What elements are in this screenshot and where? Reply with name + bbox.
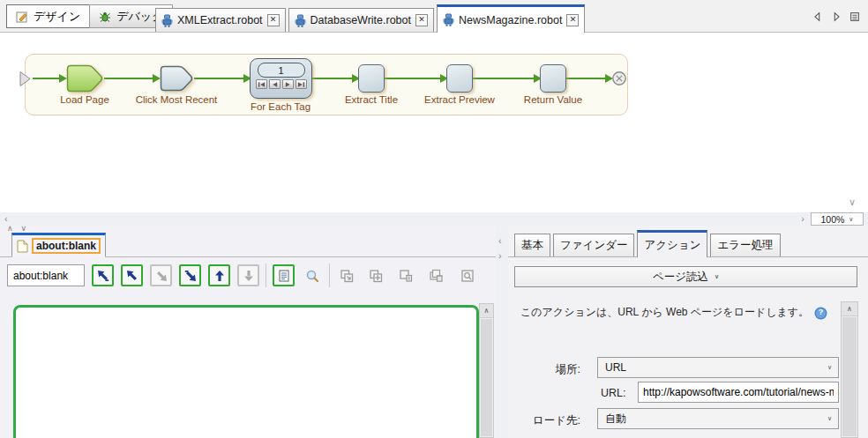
node-return-value[interactable] — [540, 64, 566, 93]
splitter-collapse-right-icon[interactable]: › — [498, 249, 502, 262]
view-source-button[interactable] — [273, 264, 295, 286]
node-load-page[interactable] — [65, 63, 104, 93]
robot-tab-xmlextract[interactable]: XMLExtract.robot ✕ — [155, 8, 286, 32]
chevron-down-icon: ∨ — [715, 273, 719, 280]
loop-controls — [251, 79, 311, 89]
action-description: このアクションは、URL から Web ページをロードします。 — [520, 305, 809, 320]
arrow-down-icon — [242, 269, 256, 283]
scroll-up-icon[interactable]: ∧ — [480, 304, 493, 318]
properties-tab-strip: 基本 ファインダー アクション エラー処理 — [508, 234, 868, 257]
open-window-button[interactable] — [336, 264, 358, 286]
go-down-button[interactable] — [237, 264, 259, 286]
close-tab-icon[interactable]: ✕ — [415, 14, 428, 26]
zoom-select[interactable]: 100% ∨ — [811, 212, 864, 226]
document-icon — [277, 269, 291, 283]
tab-error-handling[interactable]: エラー処理 — [710, 234, 780, 256]
loop-prev-button[interactable] — [269, 79, 281, 89]
previous-tab-icon[interactable] — [812, 11, 824, 23]
scrollbar-thumb[interactable] — [842, 317, 857, 436]
browser-scrollbar[interactable]: ∧ — [479, 303, 494, 438]
tab-label: ファインダー — [560, 238, 627, 253]
find-window-button[interactable] — [457, 264, 479, 286]
canvas-scroll-down-icon[interactable]: ∨ — [849, 197, 856, 208]
robot-tab-newsmagazine[interactable]: NewsMagazine.robot ✕ — [437, 4, 585, 33]
toolbar-separator — [329, 264, 330, 287]
flow-connector — [104, 78, 159, 79]
browser-toolbar — [0, 257, 496, 296]
back-button[interactable] — [121, 264, 143, 286]
forward-button[interactable] — [150, 264, 172, 286]
close-window-button[interactable] — [395, 264, 417, 286]
location-select[interactable]: URL ∨ — [597, 357, 839, 378]
horizontal-splitter[interactable]: ‹ › 100% ∨ — [0, 212, 868, 226]
chevron-up-icon[interactable]: ∧ — [7, 224, 13, 233]
next-tab-icon[interactable] — [830, 11, 842, 23]
action-type-label: ページ読込 — [653, 270, 708, 285]
robot-tab-databasewrite[interactable]: DatabaseWrite.robot ✕ — [288, 8, 434, 32]
flow-connector — [33, 78, 65, 79]
flow-start-icon[interactable] — [19, 71, 32, 87]
tab-scroll-controls — [812, 11, 861, 23]
action-type-select[interactable]: ページ読込 ∨ — [514, 266, 857, 287]
browser-tab-label: about:blank — [32, 238, 101, 254]
go-up-button[interactable] — [208, 264, 230, 286]
node-click-most-recent[interactable] — [159, 64, 194, 93]
load-target-select[interactable]: 自動 ∨ — [597, 408, 839, 429]
arrow-up-left-tail-icon — [96, 269, 110, 283]
step-forward-button[interactable] — [179, 264, 201, 286]
design-mode-button[interactable]: デザイン — [6, 4, 90, 28]
url-input[interactable] — [638, 382, 839, 403]
flow-connector — [385, 78, 446, 79]
properties-scrollbar[interactable]: ∧ — [841, 301, 858, 438]
splitter-collapse-left-icon[interactable]: ‹ — [498, 234, 502, 247]
vertical-splitter[interactable]: ‹ › — [496, 226, 508, 438]
loop-last-button[interactable] — [296, 79, 307, 89]
node-for-each-tag[interactable]: 1 — [250, 58, 312, 99]
flow-end-icon[interactable] — [611, 71, 627, 86]
node-label: Return Value — [500, 94, 606, 105]
window-plus-icon — [369, 269, 384, 283]
step-back-button[interactable] — [92, 264, 114, 286]
close-tab-icon[interactable]: ✕ — [267, 14, 280, 26]
tab-action[interactable]: アクション — [637, 230, 707, 257]
tab-finder[interactable]: ファインダー — [553, 234, 634, 256]
top-toolbar: デザイン デバッグ XMLExtract.robot ✕ DatabaseWri… — [0, 0, 868, 33]
address-input[interactable] — [7, 264, 85, 286]
tab-basic[interactable]: 基本 — [514, 234, 550, 256]
find-button[interactable] — [301, 264, 323, 286]
node-extract-preview[interactable] — [446, 64, 473, 93]
help-glyph: ? — [814, 308, 827, 316]
scroll-up-icon[interactable]: ∧ — [842, 302, 857, 316]
add-window-button[interactable] — [365, 264, 387, 286]
windows-delete-icon — [429, 269, 444, 283]
help-icon[interactable]: ? — [814, 307, 827, 323]
design-mode-label: デザイン — [34, 9, 80, 25]
browser-tab-aboutblank[interactable]: about:blank — [11, 233, 106, 257]
chevron-down-icon[interactable]: ∨ — [21, 224, 27, 233]
flow-connector — [473, 78, 540, 79]
arrow-up-left-icon — [125, 269, 139, 283]
splitter-collapse-right-icon[interactable]: › — [801, 212, 804, 225]
splitter-collapse-left-icon[interactable]: ‹ — [4, 212, 8, 225]
node-extract-title[interactable] — [358, 64, 385, 93]
flow-container: Load Page Click Most Recent 1 For Each T… — [25, 54, 628, 115]
robot-icon — [443, 13, 454, 26]
flow-connector — [194, 78, 250, 79]
chevron-down-icon: ∨ — [827, 415, 832, 422]
robot-icon — [161, 14, 173, 27]
panel-resize-controls: ∧ ∨ — [7, 224, 26, 233]
chevron-down-icon: ∨ — [849, 216, 853, 223]
close-all-windows-button[interactable] — [425, 264, 447, 286]
loop-next-button[interactable] — [282, 79, 294, 89]
zoom-value: 100% — [821, 214, 845, 225]
tab-list-icon[interactable] — [849, 11, 861, 23]
scrollbar-thumb[interactable] — [481, 319, 492, 436]
mode-switch: デザイン デバッグ — [6, 4, 173, 28]
bottom-area: ∧ ∨ about:blank — [0, 226, 868, 438]
tab-label: NewsMagazine.robot — [459, 14, 562, 26]
loop-first-button[interactable] — [256, 79, 267, 89]
step-properties-panel: 基本 ファインダー アクション エラー処理 ページ読込 ∨ このアクションは、U… — [508, 226, 868, 438]
close-tab-icon[interactable]: ✕ — [566, 14, 579, 26]
tab-label: エラー処理 — [717, 238, 773, 253]
browser-page-view[interactable] — [13, 305, 479, 438]
